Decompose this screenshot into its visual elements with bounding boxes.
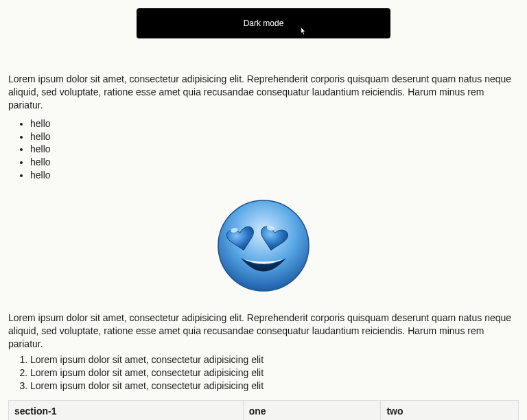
table-header-cell: one	[243, 401, 381, 420]
list-item: Lorem ipsum dolor sit amet, consectetur …	[30, 366, 519, 380]
ordered-list: Lorem ipsum dolor sit amet, consectetur …	[8, 353, 519, 393]
table-header-row: section-1 one two	[9, 401, 519, 420]
paragraph-2: Lorem ipsum dolor sit amet, consectetur …	[8, 312, 519, 351]
svg-point-0	[218, 200, 309, 291]
list-item: Lorem ipsum dolor sit amet, consectetur …	[30, 380, 519, 393]
bullet-list: hello hello hello hello hello	[8, 117, 519, 182]
table-header-cell: section-1	[9, 401, 244, 420]
list-item: hello	[30, 117, 519, 130]
dark-mode-button[interactable]: Dark mode	[137, 8, 390, 38]
list-item: hello	[30, 130, 519, 143]
heart-eyes-emoji-image	[8, 194, 519, 299]
data-table: section-1 one two section-2 three four s…	[8, 400, 519, 420]
list-item: Lorem ipsum dolor sit amet, consectetur …	[30, 353, 519, 366]
table-header-cell: two	[381, 401, 519, 420]
list-item: hello	[30, 156, 519, 169]
list-item: hello	[30, 169, 519, 182]
list-item: hello	[30, 143, 519, 156]
paragraph-1: Lorem ipsum dolor sit amet, consectetur …	[8, 73, 519, 112]
